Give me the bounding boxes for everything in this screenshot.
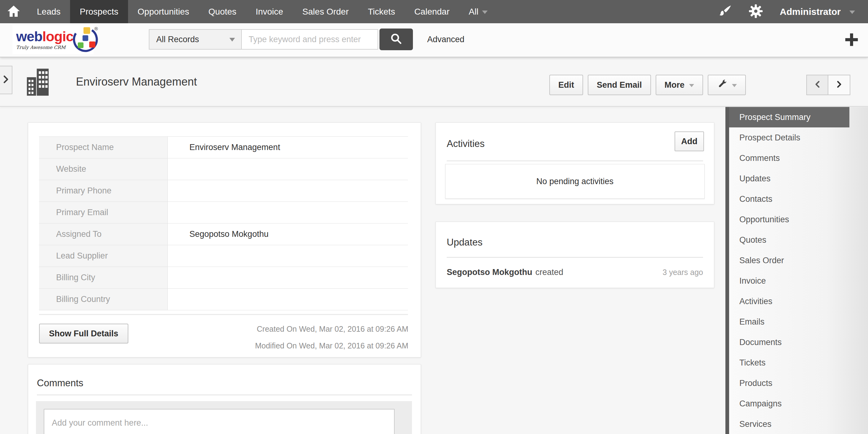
nav-tab-all[interactable]: All — [459, 0, 497, 23]
comment-compose-area — [36, 401, 412, 434]
field-label: Website — [39, 158, 168, 180]
search-button[interactable] — [379, 29, 413, 50]
table-row: Assigned To Segopotso Mokgothu — [39, 223, 408, 245]
settings-gear-icon[interactable] — [749, 4, 763, 20]
search-scope-select[interactable]: All Records — [149, 29, 242, 50]
send-email-button[interactable]: Send Email — [588, 75, 651, 95]
sidebar-item-opportunities[interactable]: Opportunities — [729, 209, 868, 230]
nav-tab-label: All — [469, 7, 478, 17]
chevron-right-icon — [835, 80, 843, 90]
edit-button[interactable]: Edit — [549, 75, 583, 95]
nav-tab-opportunities[interactable]: Opportunities — [128, 0, 199, 23]
field-label: Lead Supplier — [39, 245, 168, 267]
nav-tab-label: Opportunities — [137, 7, 189, 17]
table-footer-rule — [39, 314, 408, 315]
update-action: created — [535, 268, 563, 277]
comments-heading: Comments — [37, 378, 83, 389]
sidebar-item-invoice[interactable]: Invoice — [729, 271, 868, 291]
record-actions: Edit Send Email More — [549, 75, 746, 95]
activities-card: Activities Add No pending activities — [436, 122, 714, 204]
nav-tab-prospects[interactable]: Prospects — [70, 0, 128, 23]
search-scope-value: All Records — [156, 35, 199, 44]
field-label: Billing City — [39, 267, 168, 288]
sidebar-item-products[interactable]: Products — [729, 373, 868, 393]
nav-tab-invoice[interactable]: Invoice — [246, 0, 293, 23]
logo-cubes-icon: ® — [72, 25, 100, 55]
add-activity-button[interactable]: Add — [675, 131, 704, 151]
sidebar-item-tickets[interactable]: Tickets — [729, 352, 868, 373]
search-icon — [390, 32, 403, 46]
quick-add-button[interactable] — [843, 31, 860, 49]
table-row: Primary Phone — [39, 180, 408, 202]
sidebar-item-contacts[interactable]: Contacts — [729, 189, 868, 209]
sidebar-item-documents[interactable]: Documents — [729, 332, 868, 352]
wrench-icon — [717, 79, 727, 91]
nav-tab-sales-order[interactable]: Sales Order — [292, 0, 358, 23]
chevron-down-icon — [689, 84, 694, 87]
table-row: Billing City — [39, 267, 408, 289]
search-input[interactable] — [242, 29, 378, 50]
field-value — [168, 158, 408, 180]
table-row: Website — [39, 158, 408, 180]
created-on-text: Created On Wed, Mar 02, 2016 at 09:26 AM — [255, 320, 408, 337]
nav-tab-label: Sales Order — [302, 7, 348, 17]
sidebar-item-sales-order[interactable]: Sales Order — [729, 250, 868, 271]
user-name: Administrator — [780, 6, 841, 17]
nav-tab-label: Leads — [37, 7, 60, 17]
updates-card: Updates Segopotso Mokgothu created 3 yea… — [436, 222, 714, 288]
nav-tab-label: Quotes — [208, 7, 236, 17]
plus-icon — [843, 44, 860, 49]
sidebar-item-activities[interactable]: Activities — [729, 291, 868, 312]
sidebar-item-prospect-details[interactable]: Prospect Details — [729, 127, 868, 148]
nav-tab-label: Invoice — [256, 7, 283, 17]
left-panel-expander[interactable] — [0, 66, 12, 94]
update-timestamp: 3 years ago — [662, 268, 703, 277]
field-value — [168, 202, 408, 223]
table-row: Primary Email — [39, 202, 408, 223]
table-row: Prospect Name Enviroserv Management — [39, 137, 408, 158]
summary-fields-table: Prospect Name Enviroserv Management Webs… — [39, 136, 408, 310]
nav-tab-tickets[interactable]: Tickets — [359, 0, 405, 23]
theme-brush-icon[interactable] — [719, 5, 732, 19]
previous-record-button[interactable] — [806, 75, 828, 95]
advanced-search-link[interactable]: Advanced — [427, 35, 464, 44]
nav-tab-label: Prospects — [80, 7, 118, 17]
page-title: Enviroserv Management — [76, 75, 197, 88]
nav-tab-calendar[interactable]: Calendar — [405, 0, 459, 23]
nav-tab-quotes[interactable]: Quotes — [199, 0, 246, 23]
field-value: Segopotso Mokgothu — [168, 223, 408, 245]
chevron-down-icon — [229, 38, 235, 41]
sidebar-item-quotes[interactable]: Quotes — [729, 230, 868, 250]
sidebar-item-services[interactable]: Services — [729, 414, 868, 434]
sidebar-item-comments[interactable]: Comments — [729, 148, 868, 168]
header-bar: weblogic Truly Awesome CRM ® All Records — [0, 23, 868, 57]
global-search: All Records Advanced — [149, 29, 464, 50]
home-button[interactable] — [0, 0, 27, 23]
svg-text:®: ® — [94, 26, 98, 31]
sidebar-item-prospect-summary[interactable]: Prospect Summary — [729, 107, 849, 127]
topnav-right: Administrator — [719, 0, 868, 23]
logo-tagline: Truly Awesome CRM — [16, 45, 73, 50]
chevron-down-icon — [732, 84, 737, 87]
sidebar-item-emails[interactable]: Emails — [729, 312, 868, 332]
panel-divider — [37, 395, 412, 395]
sidebar-item-campaigns[interactable]: Campaigns — [729, 393, 868, 414]
show-full-details-button[interactable]: Show Full Details — [39, 323, 128, 343]
comment-input[interactable] — [44, 409, 395, 434]
nav-tab-leads[interactable]: Leads — [27, 0, 70, 23]
modified-on-text: Modified On Wed, Mar 02, 2016 at 09:26 A… — [255, 337, 408, 354]
field-value — [168, 289, 408, 310]
organization-icon — [23, 66, 55, 99]
next-record-button[interactable] — [828, 75, 850, 95]
sidebar-item-updates[interactable]: Updates — [729, 168, 868, 189]
field-value: Enviroserv Management — [168, 137, 408, 158]
settings-wrench-button[interactable] — [708, 75, 746, 95]
chevron-down-icon — [482, 10, 488, 14]
more-button[interactable]: More — [656, 75, 703, 95]
update-entry: Segopotso Mokgothu created 3 years ago — [447, 263, 703, 281]
user-menu-administrator[interactable]: Administrator — [780, 6, 855, 17]
nav-tab-label: Tickets — [368, 7, 395, 17]
no-pending-activities-message: No pending activities — [445, 164, 705, 199]
main-content: Enviroserv Management Edit Send Email Mo… — [0, 57, 868, 434]
nav-tab-label: Calendar — [414, 7, 450, 17]
